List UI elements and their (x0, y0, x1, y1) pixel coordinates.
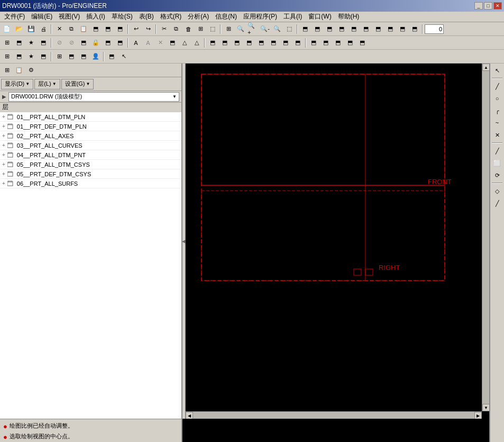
menu-help[interactable]: 帮助(H) (335, 11, 363, 22)
tb-btn7[interactable]: ⊞ (195, 23, 206, 35)
rt-line-button[interactable]: ╱ (491, 80, 503, 92)
tb3-btn3[interactable]: ★ (25, 51, 37, 62)
tb-btn10[interactable]: 🔍 (235, 23, 246, 35)
tb-btn18[interactable]: ⬒ (360, 23, 372, 35)
tb2-btn26[interactable]: ⬒ (344, 37, 356, 49)
vscroll-down-button[interactable]: ▼ (482, 404, 489, 411)
lp-btn3[interactable]: ⚙ (25, 65, 37, 76)
menu-edit[interactable]: 编辑(E) (28, 11, 56, 22)
tb2-text1[interactable]: A (130, 37, 142, 49)
minimize-button[interactable]: _ (474, 2, 483, 10)
tb2-btn3[interactable]: ★ (25, 37, 37, 49)
print-button[interactable]: 🖨 (38, 23, 49, 35)
canvas-area[interactable]: FRONT RIGHT ▲ ▼ ◀ ▶ (186, 64, 489, 419)
rt-arc-button[interactable]: ╭ (491, 105, 503, 116)
menu-application[interactable]: 应用程序(P) (240, 11, 280, 22)
rt-dash-button[interactable]: ╱ (491, 197, 503, 209)
tb-btn9[interactable]: ⊞ (223, 23, 234, 35)
tb2-btn19[interactable]: ⬒ (255, 37, 267, 49)
menu-analysis[interactable]: 分析(A) (185, 11, 212, 22)
menu-insert[interactable]: 插入(I) (83, 11, 108, 22)
open-button[interactable]: 📂 (13, 23, 25, 35)
tb2-btn27[interactable]: ⬒ (356, 37, 368, 49)
layer-item[interactable]: + 01__PRT_ALL_DTM_PLN (0, 112, 181, 122)
layer-button[interactable]: 层(L) ▼ (34, 79, 60, 89)
tb-btn14[interactable]: ⬒ (311, 23, 323, 35)
tb3-btn4[interactable]: ⬒ (38, 51, 49, 62)
rt-select-button[interactable]: ↖ (491, 65, 503, 76)
tb2-btn21[interactable]: ⬒ (280, 37, 291, 49)
menu-file[interactable]: 文件(F) (1, 11, 28, 22)
menu-format[interactable]: 格式(R) (157, 11, 185, 22)
layer-item[interactable]: + 01__PRT_DEF_DTM_PLN (0, 122, 181, 131)
tb-btn20[interactable]: ⬒ (384, 23, 396, 35)
tb3-btn5[interactable]: ⊞ (53, 51, 65, 62)
vscroll-track[interactable] (482, 71, 489, 404)
tb3-btn1[interactable]: ⊞ (1, 51, 13, 62)
tb2-btn15[interactable]: ⬒ (207, 37, 218, 49)
tb2-text2[interactable]: A (142, 37, 154, 49)
paste-button[interactable]: 📋 (78, 23, 89, 35)
canvas-hscroll[interactable]: ◀ ▶ (186, 411, 482, 419)
tb2-btn22[interactable]: ⬒ (292, 37, 304, 49)
tb-copy2[interactable]: ⧉ (170, 23, 182, 35)
hscroll-right-button[interactable]: ▶ (474, 412, 482, 419)
tb-btn16[interactable]: ⬒ (336, 23, 347, 35)
rt-rotate-button[interactable]: ⟳ (491, 169, 503, 181)
tb1-btn4[interactable]: ⬒ (90, 23, 102, 35)
tb-btn19[interactable]: ⬒ (372, 23, 384, 35)
tb2-btn5[interactable]: ⊘ (53, 37, 65, 49)
tb3-btn2[interactable]: ⬒ (13, 51, 25, 62)
maximize-button[interactable]: □ (484, 2, 492, 10)
vscroll-up-button[interactable]: ▲ (482, 64, 489, 71)
tb3-btn10[interactable]: ↖ (118, 51, 130, 62)
menu-view[interactable]: 视图(V) (56, 11, 83, 22)
menu-table[interactable]: 表(B) (136, 11, 157, 22)
tb2-btn8[interactable]: 🔒 (90, 37, 102, 49)
tb3-btn9[interactable]: ⬒ (106, 51, 117, 62)
tb-btn11[interactable]: 🔍 (271, 23, 283, 35)
hscroll-track[interactable] (193, 412, 474, 419)
copy-button[interactable]: ⧉ (66, 23, 77, 35)
model-select-dropdown[interactable]: DRW0001.DRW (顶级模型) ▼ (8, 92, 179, 102)
rt-point-button[interactable]: ✕ (491, 129, 503, 141)
tb-btn21[interactable]: ⬒ (397, 23, 408, 35)
tb-btn12[interactable]: ⬚ (283, 23, 295, 35)
tb2-btn11[interactable]: ✕ (154, 37, 166, 49)
tb2-btn17[interactable]: ⬒ (231, 37, 243, 49)
zoom-in-button[interactable]: 🔍+ (247, 23, 259, 35)
close-button[interactable]: ✕ (493, 2, 502, 10)
layer-item[interactable]: + 03__PRT_ALL_CURVES (0, 141, 181, 150)
layer-list[interactable]: + 01__PRT_ALL_DTM_PLN+ 01__PRT_DEF_DTM_P… (0, 112, 181, 419)
settings-button[interactable]: 设置(G) ▼ (61, 79, 94, 89)
lp-btn2[interactable]: 📋 (13, 65, 25, 76)
tb2-btn18[interactable]: ⬒ (243, 37, 255, 49)
menu-sketch[interactable]: 草绘(S) (108, 11, 136, 22)
delete-button[interactable]: 🗑 (182, 23, 194, 35)
new-button[interactable]: 📄 (1, 23, 13, 35)
undo-button[interactable]: ↩ (130, 23, 142, 35)
rt-rect-button[interactable]: ⬜ (491, 157, 503, 169)
rt-circle-button[interactable]: ○ (491, 93, 503, 104)
tb1-btn5[interactable]: ⬒ (102, 23, 114, 35)
tb2-btn24[interactable]: ⬒ (320, 37, 332, 49)
tb1-btn6[interactable]: ⬒ (114, 23, 126, 35)
tb2-btn6[interactable]: ⊘ (66, 37, 77, 49)
tb2-btn7[interactable]: ⬒ (78, 37, 89, 49)
tb2-btn10[interactable]: ⬒ (114, 37, 126, 49)
menu-info[interactable]: 信息(N) (212, 11, 240, 22)
rt-offset-button[interactable]: ╱ (491, 145, 503, 157)
tb3-btn6[interactable]: ⬒ (66, 51, 77, 62)
tb2-btn2[interactable]: ⬒ (13, 37, 25, 49)
layer-item[interactable]: + 06__PRT_ALL_SURFS (0, 179, 181, 188)
tb2-btn23[interactable]: ⬒ (308, 37, 319, 49)
layer-item[interactable]: + 04__PRT_ALL_DTM_PNT (0, 150, 181, 160)
erase-button[interactable]: ✕ (53, 23, 65, 35)
layer-item[interactable]: + 02__PRT_ALL_AXES (0, 131, 181, 141)
tb2-btn20[interactable]: ⬒ (268, 37, 279, 49)
tb3-btn7[interactable]: ⬒ (78, 51, 89, 62)
zoom-out-button[interactable]: 🔍- (259, 23, 271, 35)
tb-btn17[interactable]: ⬒ (348, 23, 360, 35)
save-button[interactable]: 💾 (25, 23, 37, 35)
tb2-btn1[interactable]: ⊞ (1, 37, 13, 49)
